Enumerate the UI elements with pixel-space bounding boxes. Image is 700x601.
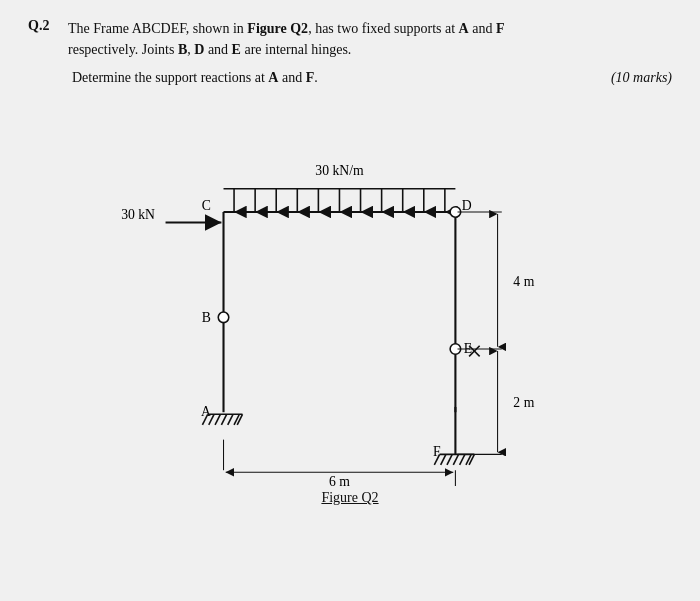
structural-diagram: 30 kN/m	[28, 96, 672, 486]
diagram-area: 30 kN/m	[28, 96, 672, 486]
load-top-label: 30 kN/m	[315, 163, 364, 178]
q-text-line1: The Frame ABCDEF, shown in	[68, 21, 247, 36]
q-a-bold: A	[459, 21, 469, 36]
q-d-bold: D	[194, 42, 204, 57]
figure-caption: Figure Q2	[28, 490, 672, 506]
load-left-label: 30 kN	[121, 207, 155, 222]
svg-line-32	[453, 454, 458, 465]
svg-line-31	[447, 454, 452, 465]
figure-label: Figure Q2	[321, 490, 378, 505]
svg-line-23	[215, 414, 220, 425]
q-text-line2: respectively. Joints	[68, 42, 178, 57]
dim-vert-top-label: 4 m	[513, 274, 534, 289]
hinge-b	[218, 312, 229, 323]
q-f-bold: F	[496, 21, 505, 36]
question-label: Q.2	[28, 18, 60, 60]
svg-line-25	[228, 414, 233, 425]
svg-line-33	[460, 454, 465, 465]
marks-label: (10 marks)	[611, 70, 672, 86]
q-text-line1b: , has two fixed supports at	[308, 21, 458, 36]
det-a-bold: A	[268, 70, 278, 85]
det-f-bold: F	[306, 70, 315, 85]
distributed-load	[224, 189, 456, 212]
q-b-bold: B	[178, 42, 187, 57]
page: Q.2 The Frame ABCDEF, shown in Figure Q2…	[0, 0, 700, 601]
dim-vert-bot-label: 2 m	[513, 395, 534, 410]
question-block: Q.2 The Frame ABCDEF, shown in Figure Q2…	[28, 18, 672, 60]
node-f-label: F	[433, 444, 441, 459]
dim-horiz-label: 6 m	[329, 474, 350, 486]
svg-line-24	[221, 414, 226, 425]
determine-text: Determine the support reactions at A and…	[72, 70, 318, 86]
fig-ref-bold: Figure Q2	[247, 21, 308, 36]
q-e-bold: E	[232, 42, 241, 57]
node-c-label: C	[202, 198, 211, 213]
node-d-label: D	[462, 198, 472, 213]
determine-line: Determine the support reactions at A and…	[72, 70, 672, 86]
svg-line-30	[441, 454, 446, 465]
node-b-label: B	[202, 310, 211, 325]
question-text: The Frame ABCDEF, shown in Figure Q2, ha…	[68, 18, 505, 60]
